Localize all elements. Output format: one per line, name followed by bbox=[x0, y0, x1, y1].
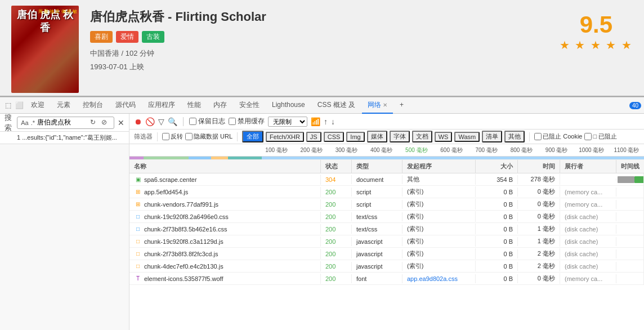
ruler-mark-500: 500 毫秒 bbox=[399, 146, 434, 154]
td-size-1: 354 B bbox=[476, 175, 518, 184]
th-initiator[interactable]: 发起程序 bbox=[402, 160, 476, 173]
table-row[interactable]: □ chunk-4dec7ef0.e4c2b130.js 200 javascr… bbox=[129, 260, 644, 273]
table-row[interactable]: ▣ spa6.scrape.center 304 document 其他 354… bbox=[129, 173, 644, 186]
network-toolbar: ⏺ 🚫 ▽ 🔍 保留日志 禁用缓存 无限制 快速 3G 慢速 3G 📶 ↑ bbox=[129, 114, 644, 130]
search-input[interactable] bbox=[37, 119, 88, 127]
filter-button[interactable]: ▽ bbox=[158, 117, 164, 126]
table-row[interactable]: T element-icons.535877f5.woff 200 font a… bbox=[129, 273, 644, 285]
filter-js-btn[interactable]: JS bbox=[306, 132, 321, 142]
td-name-1[interactable]: ▣ spa6.scrape.center bbox=[129, 175, 321, 185]
th-name[interactable]: 名称 bbox=[129, 160, 321, 173]
th-initiator2[interactable]: 展行者 bbox=[560, 160, 616, 173]
movie-meta: 中国香港 / 102 分钟 bbox=[90, 48, 548, 59]
tab-console[interactable]: 控制台 bbox=[77, 97, 109, 114]
clear-icon[interactable]: ⊘ bbox=[101, 118, 110, 127]
inspect-icon[interactable]: ⬚ bbox=[3, 100, 13, 110]
upload-icon[interactable]: ↑ bbox=[324, 117, 328, 126]
movie-details: 唐伯虎点秋香 - Flirting Scholar 喜剧 爱情 古装 中国香港 … bbox=[90, 6, 548, 72]
tab-css-overview[interactable]: CSS 概述 及 bbox=[312, 97, 361, 114]
tab-security[interactable]: 安全性 bbox=[234, 97, 265, 114]
disable-cache-checkbox[interactable]: 禁用缓存 bbox=[229, 117, 265, 126]
filter-css-btn[interactable]: CSS bbox=[324, 132, 345, 142]
filter-other-btn[interactable]: 其他 bbox=[504, 131, 525, 142]
filter-media-btn[interactable]: 媒体 bbox=[367, 131, 387, 142]
ruler-mark-400: 400 毫秒 bbox=[364, 146, 399, 154]
td-size-3: 0 B bbox=[476, 200, 518, 209]
filter-wasm-btn[interactable]: Wasm bbox=[454, 132, 480, 142]
poster-side-text: 周 星 驰 巩 俐 张 敏 bbox=[38, 8, 77, 15]
blocked-cookies-checkbox[interactable]: 已阻止 Cookie bbox=[534, 132, 582, 141]
tab-sources[interactable]: 源代码 bbox=[110, 97, 141, 114]
search-result: 1 ...esults:{"id":1,"name":"葛王别姬... bbox=[0, 132, 129, 144]
left-panel: 搜索 Aa .* ↻ ⊘ ✕ 1 ...esults:{"id":1,"name… bbox=[0, 114, 129, 330]
download-icon[interactable]: ↓ bbox=[331, 117, 335, 126]
td-name-5[interactable]: □ chunk-2f73b8f3.5b462e16.css bbox=[129, 224, 321, 234]
th-size[interactable]: 大小 bbox=[476, 160, 518, 173]
search-close-icon[interactable]: ✕ bbox=[118, 118, 124, 127]
td-name-4[interactable]: □ chunk-19c920f8.2a6496e0.css bbox=[129, 212, 321, 222]
css-icon: □ bbox=[134, 213, 142, 221]
filter-img-btn[interactable]: Img bbox=[346, 132, 364, 142]
tab-elements[interactable]: 元素 bbox=[51, 97, 76, 114]
td-name-6[interactable]: □ chunk-19c920f8.c3a1129d.js bbox=[129, 237, 321, 247]
table-row[interactable]: □ chunk-19c920f8.2a6496e0.css 200 text/c… bbox=[129, 211, 644, 223]
movie-title: 唐伯虎点秋香 - Flirting Scholar bbox=[90, 8, 548, 25]
filter-font-btn[interactable]: 字体 bbox=[390, 131, 410, 142]
th-type[interactable]: 类型 bbox=[352, 160, 402, 173]
record-button[interactable]: ⏺ bbox=[134, 117, 142, 126]
table-row[interactable]: □ chunk-19c920f8.c3a1129d.js 200 javascr… bbox=[129, 235, 644, 248]
search-button[interactable]: 🔍 bbox=[168, 117, 177, 126]
tab-add[interactable]: + bbox=[394, 97, 409, 114]
filter-all-btn[interactable]: 全部 bbox=[242, 131, 263, 142]
tag-romance[interactable]: 爱情 bbox=[116, 31, 138, 43]
th-waterfall[interactable]: 时间线 bbox=[616, 160, 644, 173]
td-waterfall-2 bbox=[616, 186, 644, 198]
js-icon: □ bbox=[134, 262, 142, 270]
movie-rating: 9.5 ★ ★ ★ ★ ★ bbox=[560, 6, 633, 52]
td-name-8[interactable]: □ chunk-4dec7ef0.e4c2b130.js bbox=[129, 261, 321, 271]
table-row[interactable]: □ chunk-2f73b8f3.8f2fc3cd.js 200 javascr… bbox=[129, 248, 644, 260]
device-icon[interactable]: ⬜ bbox=[14, 100, 24, 110]
hide-data-checkbox[interactable]: 隐藏数据 URL bbox=[185, 132, 232, 141]
td-time-2: 0 毫秒 bbox=[518, 186, 560, 197]
td-name-3[interactable]: ⊞ chunk-vendors.77daf991.js bbox=[129, 199, 321, 209]
doc-icon: ▣ bbox=[134, 176, 142, 184]
th-time[interactable]: 时间 bbox=[518, 160, 560, 173]
tab-memory[interactable]: 内存 bbox=[208, 97, 232, 114]
clear-button[interactable]: 🚫 bbox=[145, 117, 155, 126]
td-name-9[interactable]: T element-icons.535877f5.woff bbox=[129, 274, 321, 284]
tab-network-close[interactable]: ✕ bbox=[383, 102, 387, 108]
reverse-checkbox[interactable]: 反转 bbox=[162, 132, 183, 141]
tag-comedy[interactable]: 喜剧 bbox=[90, 31, 113, 43]
filter-fetch-btn[interactable]: Fetch/XHR bbox=[266, 132, 304, 142]
table-row[interactable]: ⊞ chunk-vendors.77daf991.js 200 script (… bbox=[129, 198, 644, 211]
tag-ancient[interactable]: 古装 bbox=[142, 31, 164, 43]
td-initiator-9[interactable]: app.ea9d802a.css bbox=[402, 274, 476, 283]
filter-manifest-btn[interactable]: 清单 bbox=[482, 131, 502, 142]
filter-doc-btn[interactable]: 文档 bbox=[412, 131, 432, 142]
tab-lighthouse[interactable]: Lighthouse bbox=[266, 97, 311, 114]
tab-performance[interactable]: 性能 bbox=[182, 97, 207, 114]
td-status-6: 200 bbox=[321, 237, 352, 246]
tab-network[interactable]: 网络 ✕ bbox=[362, 97, 393, 114]
tab-welcome[interactable]: 欢迎 bbox=[25, 97, 50, 114]
search-bar: 搜索 Aa .* ↻ ⊘ ✕ bbox=[0, 114, 129, 132]
ruler-mark-100: 100 毫秒 bbox=[259, 146, 294, 154]
td-name-2[interactable]: ⊞ app.5ef0d454.js bbox=[129, 187, 321, 197]
td-initiator-8: (索引) bbox=[402, 261, 476, 271]
td-name-7[interactable]: □ chunk-2f73b8f3.8f2fc3cd.js bbox=[129, 249, 321, 259]
th-status[interactable]: 状态 bbox=[321, 160, 352, 173]
table-row[interactable]: □ chunk-2f73b8f3.5b462e16.css 200 text/c… bbox=[129, 223, 644, 235]
td-initiator2-2: (memory ca... bbox=[560, 188, 616, 197]
table-row[interactable]: ⊞ app.5ef0d454.js 200 script (索引) 0 B 0 … bbox=[129, 186, 644, 198]
refresh-icon[interactable]: ↻ bbox=[90, 118, 99, 127]
wifi-icon[interactable]: 📶 bbox=[311, 117, 320, 126]
td-time-4: 0 毫秒 bbox=[518, 211, 560, 222]
preserve-log-checkbox[interactable]: 保留日志 bbox=[189, 117, 225, 126]
timing-overview-bar bbox=[129, 157, 644, 160]
blocked-checkbox[interactable]: □ 已阻止 bbox=[584, 132, 617, 141]
throttle-select[interactable]: 无限制 快速 3G 慢速 3G bbox=[268, 117, 307, 127]
tab-application[interactable]: 应用程序 bbox=[142, 97, 181, 114]
td-time-5: 1 毫秒 bbox=[518, 224, 560, 234]
filter-ws-btn[interactable]: WS bbox=[435, 132, 453, 142]
